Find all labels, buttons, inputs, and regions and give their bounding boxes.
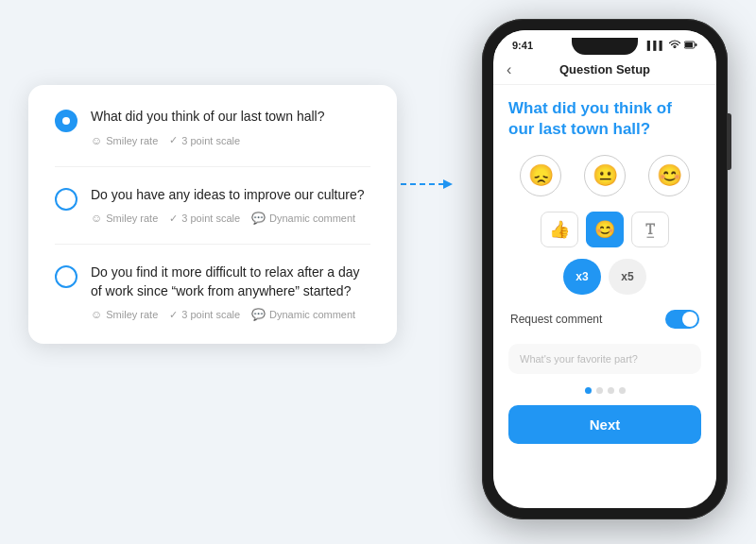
- emoji-row: 😞 😐 😊: [508, 151, 701, 200]
- scale-x3[interactable]: x3: [563, 259, 601, 295]
- tag-comment-3: 💬 Dynamic comment: [251, 308, 355, 321]
- comment-input-box[interactable]: What's your favorite part?: [508, 344, 701, 374]
- question-content-1: What did you think of our last town hall…: [91, 108, 370, 147]
- comment-icon-2: 💬: [251, 212, 266, 225]
- status-icons: ▌▌▌: [647, 40, 697, 51]
- icon-tool-row: 👍 😊 T̲: [508, 212, 701, 247]
- tag-smiley-2: ☺ Smiley rate: [91, 212, 158, 225]
- scale-x5[interactable]: x5: [609, 259, 646, 295]
- toggle-row: Request comment: [508, 306, 701, 332]
- question-tags-3: ☺ Smiley rate ✓ 3 point scale 💬 Dynamic …: [91, 308, 370, 321]
- survey-question-2[interactable]: Do you have any ideas to improve our cul…: [55, 186, 370, 246]
- dot-4: [619, 387, 626, 394]
- question-text-3: Do you find it more difficult to relax a…: [91, 264, 370, 300]
- svg-marker-0: [443, 179, 453, 189]
- comment-icon-3: 💬: [251, 308, 266, 321]
- smiley-icon-1: ☺: [91, 134, 102, 147]
- question-text-2: Do you have any ideas to improve our cul…: [91, 186, 370, 205]
- dot-2: [596, 387, 603, 394]
- phone-screen: 9:41 ▌▌▌ ‹ Question Setup What di: [493, 30, 716, 508]
- smiley-icon-3: ☺: [91, 308, 102, 321]
- survey-question-1[interactable]: What did you think of our last town hall…: [55, 108, 370, 167]
- question-tags-2: ☺ Smiley rate ✓ 3 point scale 💬 Dynamic …: [91, 212, 370, 225]
- tag-smiley-3: ☺ Smiley rate: [91, 308, 158, 321]
- smiley-icon-2: ☺: [91, 212, 102, 225]
- emoji-neutral[interactable]: 😐: [584, 155, 626, 196]
- tag-scale-1: ✓ 3 point scale: [169, 134, 240, 147]
- next-button[interactable]: Next: [508, 405, 701, 444]
- pagination-dots: [508, 387, 701, 394]
- check-icon-3: ✓: [169, 309, 178, 321]
- phone-notch: [572, 38, 638, 55]
- smiley-tool[interactable]: 😊: [586, 212, 624, 247]
- svg-rect-2: [685, 42, 693, 47]
- emoji-happy[interactable]: 😊: [648, 155, 690, 196]
- tag-scale-3: ✓ 3 point scale: [169, 308, 240, 321]
- battery-icon: [684, 41, 697, 51]
- text-tool[interactable]: T̲: [631, 212, 669, 247]
- signal-icon: ▌▌▌: [647, 41, 665, 50]
- survey-question-3[interactable]: Do you find it more difficult to relax a…: [55, 264, 370, 321]
- tag-scale-2: ✓ 3 point scale: [169, 212, 240, 225]
- scale-row: x3 x5: [508, 259, 701, 295]
- check-icon-2: ✓: [169, 212, 178, 225]
- question-text-1: What did you think of our last town hall…: [91, 108, 370, 127]
- app-header-title: Question Setup: [559, 62, 650, 76]
- app-header: ‹ Question Setup: [493, 55, 716, 85]
- dot-3: [608, 387, 614, 394]
- back-button[interactable]: ‹: [507, 61, 511, 78]
- wifi-icon: [669, 40, 680, 51]
- radio-q1[interactable]: [55, 110, 77, 132]
- check-icon-1: ✓: [169, 134, 178, 146]
- dot-1: [585, 387, 592, 394]
- question-content-3: Do you find it more difficult to relax a…: [91, 264, 370, 321]
- question-tags-1: ☺ Smiley rate ✓ 3 point scale: [91, 134, 370, 147]
- emoji-sad[interactable]: 😞: [520, 155, 561, 196]
- radio-q3[interactable]: [55, 265, 77, 288]
- phone-outer: 9:41 ▌▌▌ ‹ Question Setup What di: [482, 19, 728, 519]
- phone-mockup: 9:41 ▌▌▌ ‹ Question Setup What di: [482, 19, 737, 529]
- svg-rect-3: [696, 43, 697, 46]
- question-content-2: Do you have any ideas to improve our cul…: [91, 186, 370, 226]
- tag-smiley-1: ☺ Smiley rate: [91, 134, 158, 147]
- tag-comment-2: 💬 Dynamic comment: [251, 212, 355, 225]
- radio-q2[interactable]: [55, 188, 77, 211]
- app-question-title: What did you think of our last town hall…: [508, 98, 701, 140]
- app-content: What did you think of our last town hall…: [493, 85, 716, 508]
- survey-card: What did you think of our last town hall…: [28, 85, 397, 344]
- thumbs-up-tool[interactable]: 👍: [541, 212, 578, 247]
- toggle-label: Request comment: [510, 313, 602, 326]
- request-comment-toggle[interactable]: [665, 310, 699, 329]
- status-time: 9:41: [512, 40, 533, 51]
